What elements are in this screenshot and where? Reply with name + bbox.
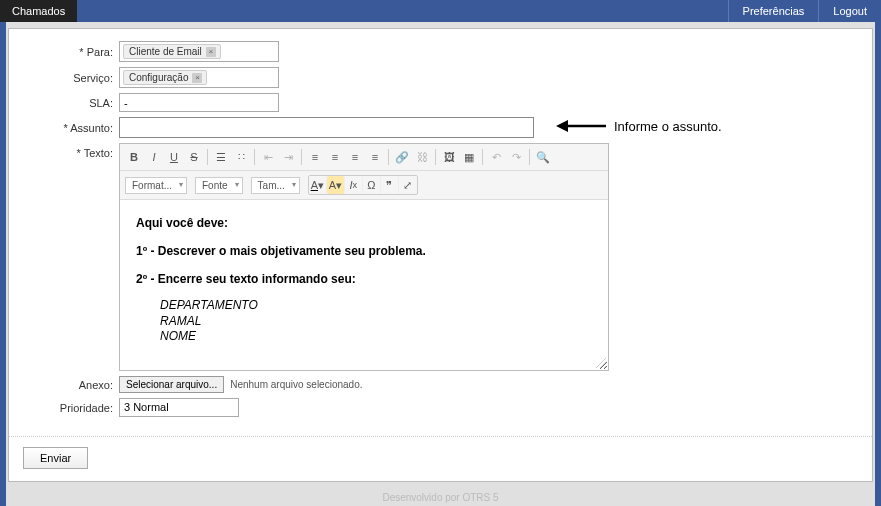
editor-toolbar-1: B I U S ☰ ∷ ⇤ ⇥ ≡ ≡ ≡ ≡ bbox=[120, 144, 608, 171]
italic-icon[interactable]: I bbox=[145, 148, 163, 166]
font-dropdown[interactable]: Fonte bbox=[195, 177, 243, 194]
prioridade-select[interactable]: 3 Normal bbox=[119, 398, 239, 417]
svg-marker-1 bbox=[556, 120, 568, 132]
editor-nome: NOME bbox=[160, 329, 592, 345]
label-assunto: * Assunto: bbox=[23, 122, 119, 134]
frame-edge-left bbox=[0, 22, 6, 506]
align-left-icon[interactable]: ≡ bbox=[306, 148, 324, 166]
form-panel: * Para: Cliente de Email × Serviço: Conf… bbox=[8, 28, 873, 482]
resize-grip-icon[interactable] bbox=[596, 358, 606, 368]
bullet-list-icon[interactable]: ∷ bbox=[232, 148, 250, 166]
editor-dept: DEPARTAMENTO bbox=[160, 298, 592, 314]
para-tag-label: Cliente de Email bbox=[129, 46, 202, 57]
undo-icon[interactable]: ↶ bbox=[487, 148, 505, 166]
label-para: * Para: bbox=[23, 46, 119, 58]
servico-input[interactable]: Configuração × bbox=[119, 67, 279, 88]
file-select-button[interactable]: Selecionar arquivo... bbox=[119, 376, 224, 393]
indent-icon[interactable]: ⇥ bbox=[279, 148, 297, 166]
para-tag: Cliente de Email × bbox=[123, 44, 221, 59]
editor-content[interactable]: Aqui você deve: 1º - Descrever o mais ob… bbox=[120, 200, 608, 370]
table-icon[interactable]: ▦ bbox=[460, 148, 478, 166]
link-preferencias[interactable]: Preferências bbox=[728, 0, 819, 22]
annotation-text: Informe o assunto. bbox=[614, 119, 722, 134]
bg-color-icon[interactable]: A▾ bbox=[327, 176, 345, 194]
annotation-subject: Informe o assunto. bbox=[556, 116, 722, 136]
bold-icon[interactable]: B bbox=[125, 148, 143, 166]
svg-line-2 bbox=[596, 358, 606, 368]
para-input[interactable]: Cliente de Email × bbox=[119, 41, 279, 62]
size-dropdown[interactable]: Tam... bbox=[251, 177, 300, 194]
text-color-icon[interactable]: A▾ bbox=[309, 176, 327, 194]
strike-icon[interactable]: S bbox=[185, 148, 203, 166]
special-char-icon[interactable]: Ω bbox=[363, 176, 381, 194]
label-servico: Serviço: bbox=[23, 72, 119, 84]
arrow-left-icon bbox=[556, 116, 606, 136]
servico-tag: Configuração × bbox=[123, 70, 207, 85]
remove-tag-icon[interactable]: × bbox=[206, 47, 216, 57]
link-icon[interactable]: 🔗 bbox=[393, 148, 411, 166]
label-anexo: Anexo: bbox=[23, 379, 119, 391]
label-sla: SLA: bbox=[23, 97, 119, 109]
quote-icon[interactable]: ❞ bbox=[381, 176, 399, 194]
format-dropdown[interactable]: Format... bbox=[125, 177, 187, 194]
svg-line-3 bbox=[600, 362, 606, 368]
label-prioridade: Prioridade: bbox=[23, 402, 119, 414]
outdent-icon[interactable]: ⇤ bbox=[259, 148, 277, 166]
editor-line-3: 2º - Encerre seu texto informando seu: bbox=[136, 272, 356, 286]
editor-line-2: 1º - Descrever o mais objetivamente seu … bbox=[136, 244, 426, 258]
text-tools-group: A▾ A▾ Ix Ω ❞ ⤢ bbox=[308, 175, 418, 195]
align-center-icon[interactable]: ≡ bbox=[326, 148, 344, 166]
editor-ramal: RAMAL bbox=[160, 314, 592, 330]
label-texto: * Texto: bbox=[23, 143, 119, 159]
find-icon[interactable]: 🔍 bbox=[534, 148, 552, 166]
editor-toolbar-2: Format... Fonte Tam... A▾ A▾ Ix Ω ❞ ⤢ bbox=[120, 171, 608, 200]
image-icon[interactable]: 🖼 bbox=[440, 148, 458, 166]
topbar: Chamados Preferências Logout bbox=[0, 0, 881, 22]
underline-icon[interactable]: U bbox=[165, 148, 183, 166]
assunto-input[interactable] bbox=[119, 117, 534, 138]
align-right-icon[interactable]: ≡ bbox=[346, 148, 364, 166]
submit-button[interactable]: Enviar bbox=[23, 447, 88, 469]
frame-edge-right bbox=[875, 22, 881, 506]
file-status-text: Nenhum arquivo selecionado. bbox=[230, 379, 362, 390]
remove-tag-icon[interactable]: × bbox=[192, 73, 202, 83]
footer-text: Desenvolvido por OTRS 5 bbox=[0, 492, 881, 503]
maximize-icon[interactable]: ⤢ bbox=[399, 176, 417, 194]
justify-icon[interactable]: ≡ bbox=[366, 148, 384, 166]
servico-tag-label: Configuração bbox=[129, 72, 188, 83]
sla-input[interactable] bbox=[119, 93, 279, 112]
redo-icon[interactable]: ↷ bbox=[507, 148, 525, 166]
tab-chamados[interactable]: Chamados bbox=[0, 0, 77, 22]
remove-format-icon[interactable]: Ix bbox=[345, 176, 363, 194]
editor-line-1: Aqui você deve: bbox=[136, 216, 228, 230]
unlink-icon[interactable]: ⛓ bbox=[413, 148, 431, 166]
link-logout[interactable]: Logout bbox=[818, 0, 881, 22]
svg-line-4 bbox=[604, 366, 606, 368]
numbered-list-icon[interactable]: ☰ bbox=[212, 148, 230, 166]
rich-text-editor: B I U S ☰ ∷ ⇤ ⇥ ≡ ≡ ≡ ≡ bbox=[119, 143, 609, 371]
